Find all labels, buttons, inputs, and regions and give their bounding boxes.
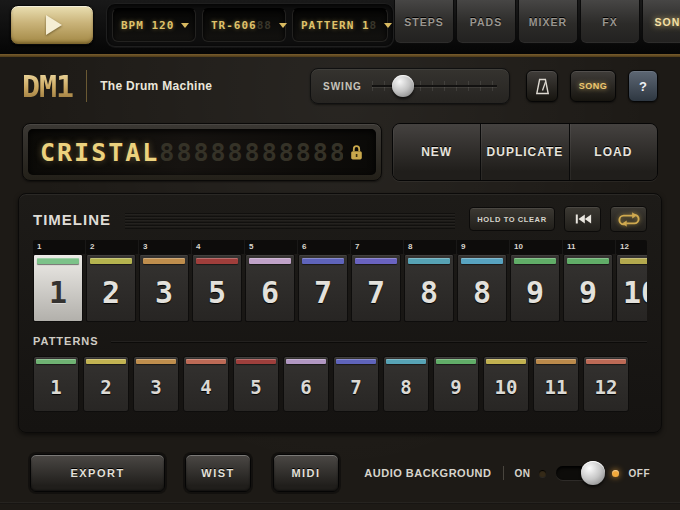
timeline-cell-11[interactable]: 9 [563, 254, 613, 322]
tab-mixer[interactable]: MIXER [518, 0, 578, 44]
kit-dropdown[interactable]: TR-60688 [202, 8, 286, 42]
pattern-button-4[interactable]: 4 [183, 356, 229, 412]
pattern-ghost-segments: 8 [370, 19, 378, 32]
footer-divider [503, 466, 504, 480]
loop-button[interactable] [610, 206, 647, 232]
song-name-text: CRISTAL [40, 138, 159, 167]
pattern-value: PATTERN 1 [301, 19, 370, 32]
pattern-number: 9 [450, 376, 461, 398]
ruler-number: 8 [404, 240, 457, 254]
pattern-color-bar [86, 359, 126, 364]
lcd-ghost-segments: 8888888888888 [159, 138, 343, 167]
ruler-number: 4 [192, 240, 245, 254]
pattern-button-3[interactable]: 3 [133, 356, 179, 412]
pattern-color-bar [143, 258, 185, 264]
app-tagline: The Drum Machine [100, 79, 212, 93]
timeline-cell-8[interactable]: 8 [404, 254, 454, 322]
pattern-button-8[interactable]: 8 [383, 356, 429, 412]
on-label: ON [515, 468, 531, 479]
timeline-cell-6[interactable]: 7 [298, 254, 348, 322]
metronome-button[interactable] [526, 70, 558, 102]
load-button[interactable]: LOAD [570, 124, 657, 180]
toggle-knob[interactable] [581, 461, 605, 485]
timeline-cells: 1235677889910 [33, 254, 647, 322]
pattern-button-1[interactable]: 1 [33, 356, 79, 412]
pattern-color-bar [355, 258, 397, 264]
duplicate-button[interactable]: DUPLICATE [481, 124, 569, 180]
song-name-display[interactable]: CRISTAL 8888888888888 [28, 129, 376, 175]
lock-icon[interactable] [349, 144, 364, 161]
timeline-cell-4[interactable]: 5 [192, 254, 242, 322]
pattern-color-bar [286, 359, 326, 364]
play-button[interactable] [10, 5, 94, 45]
cell-pattern-number: 8 [473, 275, 491, 310]
midi-button[interactable]: MIDI [273, 454, 339, 492]
timeline-cell-10[interactable]: 9 [510, 254, 560, 322]
timeline-cell-2[interactable]: 2 [86, 254, 136, 322]
tab-steps[interactable]: STEPS [394, 0, 454, 44]
pattern-color-bar [37, 258, 79, 264]
cell-pattern-number: 3 [155, 275, 173, 310]
tab-fx[interactable]: FX [580, 0, 640, 44]
pattern-button-11[interactable]: 11 [533, 356, 579, 412]
ridged-texture [125, 213, 455, 229]
brand-header: DM1 The Drum Machine SWING SONG ? [0, 57, 680, 115]
timeline-cell-3[interactable]: 3 [139, 254, 189, 322]
cell-pattern-number: 8 [420, 275, 438, 310]
swing-panel: SWING [310, 68, 510, 104]
pattern-color-bar [136, 359, 176, 364]
chevron-down-icon [272, 23, 287, 28]
tab-song[interactable]: SONG [642, 0, 680, 44]
off-led [612, 470, 619, 477]
pattern-color-bar [486, 359, 526, 364]
pattern-button-12[interactable]: 12 [583, 356, 629, 412]
pattern-dropdown[interactable]: PATTERN 18 [292, 8, 388, 42]
top-bar: BPM 120TR-60688PATTERN 18 STEPSPADSMIXER… [0, 0, 680, 54]
audio-background-toggle[interactable] [556, 466, 602, 480]
pattern-color-bar [514, 258, 556, 264]
tab-pads[interactable]: PADS [456, 0, 516, 44]
pattern-button-6[interactable]: 6 [283, 356, 329, 412]
pattern-number: 10 [495, 376, 518, 398]
pattern-button-5[interactable]: 5 [233, 356, 279, 412]
chevron-down-icon [377, 23, 392, 28]
pattern-color-bar [36, 359, 76, 364]
pattern-button-10[interactable]: 10 [483, 356, 529, 412]
swing-knob[interactable] [392, 75, 414, 97]
bpm-dropdown[interactable]: BPM 120 [112, 8, 196, 42]
metronome-icon [535, 78, 550, 95]
export-button[interactable]: EXPORT [30, 454, 165, 492]
ruler-number: 3 [139, 240, 192, 254]
hold-to-clear-button[interactable]: HOLD TO CLEAR [469, 207, 555, 231]
pattern-button-2[interactable]: 2 [83, 356, 129, 412]
ruler-number: 2 [86, 240, 139, 254]
ruler-number: 7 [351, 240, 404, 254]
patterns-divider-line [111, 341, 647, 342]
swing-slider[interactable] [372, 77, 497, 95]
pattern-number: 1 [50, 376, 61, 398]
rewind-icon [574, 213, 592, 225]
pattern-number: 12 [595, 376, 618, 398]
timeline-cell-12[interactable]: 10 [616, 254, 647, 322]
pattern-button-9[interactable]: 9 [433, 356, 479, 412]
pattern-number: 7 [350, 376, 361, 398]
ruler-number: 1 [33, 240, 86, 254]
timeline-panel: TIMELINE HOLD TO CLEAR 123456789101112 1… [18, 193, 662, 433]
timeline-cell-7[interactable]: 7 [351, 254, 401, 322]
pattern-color-bar [90, 258, 132, 264]
help-button[interactable]: ? [628, 70, 658, 102]
timeline-cell-1[interactable]: 1 [33, 254, 83, 322]
pattern-button-7[interactable]: 7 [333, 356, 379, 412]
ruler-number: 11 [563, 240, 616, 254]
wist-button[interactable]: WIST [185, 454, 251, 492]
on-led [539, 470, 546, 477]
song-mode-button[interactable]: SONG [570, 70, 616, 102]
cell-pattern-number: 10 [623, 275, 647, 310]
new-button[interactable]: NEW [393, 124, 481, 180]
rewind-to-start-button[interactable] [564, 206, 601, 232]
pattern-color-bar [196, 258, 238, 264]
logo-divider [86, 70, 87, 102]
timeline-cell-5[interactable]: 6 [245, 254, 295, 322]
footer-bar: EXPORT WIST MIDI AUDIO BACKGROUND ON OFF [0, 453, 680, 493]
timeline-cell-9[interactable]: 8 [457, 254, 507, 322]
